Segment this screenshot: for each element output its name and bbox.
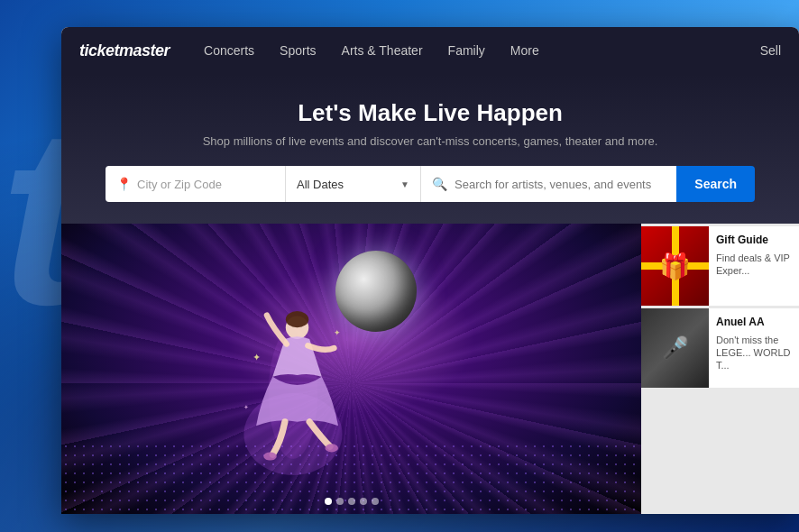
nav-concerts[interactable]: Concerts [191, 27, 267, 74]
dot-1 [325, 498, 332, 505]
dot-3 [348, 498, 355, 505]
location-placeholder: City or Zip Code [137, 178, 222, 191]
dot-4 [360, 498, 367, 505]
svg-point-3 [286, 311, 308, 327]
svg-text:✦: ✦ [253, 352, 261, 362]
nav-arts-theater[interactable]: Arts & Theater [329, 27, 436, 74]
gift-guide-desc: Find deals & VIP Exper... [716, 252, 792, 278]
svg-text:✦: ✦ [244, 403, 250, 411]
dates-dropdown[interactable]: All Dates ▼ [286, 166, 421, 202]
dot-5 [372, 498, 379, 505]
dancer-figure: ✦ ✦ ✦ [221, 303, 365, 487]
hero-section: Let's Make Live Happen Shop millions of … [61, 74, 799, 224]
gift-guide-image: 🎁 [641, 226, 709, 306]
logo[interactable]: ticketmaster [79, 41, 170, 60]
chevron-down-icon: ▼ [400, 179, 409, 189]
anuel-desc: Don't miss the LEGE... WORLD T... [716, 334, 792, 372]
anuel-content: Anuel AA Don't miss the LEGE... WORLD T.… [709, 308, 799, 388]
search-button[interactable]: Search [676, 166, 755, 202]
gift-guide-card[interactable]: 🎁 Gift Guide Find deals & VIP Exper... [641, 226, 799, 306]
search-input[interactable] [455, 178, 666, 191]
dates-label: All Dates [297, 178, 344, 191]
anuel-card[interactable]: 🎤 Anuel AA Don't miss the LEGE... WORLD … [641, 308, 799, 388]
anuel-title: Anuel AA [716, 316, 792, 330]
search-bar: 📍 City or Zip Code All Dates ▼ 🔍 Search [106, 166, 755, 202]
nav-sell[interactable]: Sell [760, 43, 781, 58]
svg-text:✦: ✦ [335, 328, 342, 337]
svg-point-5 [326, 444, 339, 452]
location-icon: 📍 [116, 177, 132, 191]
dot-2 [336, 498, 344, 505]
search-icon: 🔍 [432, 177, 447, 191]
nav-more[interactable]: More [498, 27, 552, 74]
svg-point-4 [263, 452, 277, 460]
nav-links: Concerts Sports Arts & Theater Family Mo… [191, 27, 760, 74]
gift-icon: 🎁 [659, 252, 691, 281]
navbar: ticketmaster Concerts Sports Arts & Thea… [61, 27, 799, 74]
browser-window: ticketmaster Concerts Sports Arts & Thea… [61, 27, 799, 514]
search-input-wrapper: 🔍 [421, 166, 676, 202]
anuel-image: 🎤 [641, 308, 709, 388]
hero-title: Let's Make Live Happen [79, 99, 781, 127]
gift-guide-content: Gift Guide Find deals & VIP Exper... [709, 226, 799, 306]
banner-inner: ✦ ✦ ✦ [61, 224, 641, 514]
location-input[interactable]: 📍 City or Zip Code [106, 166, 286, 202]
scroll-dots [325, 498, 379, 505]
hero-subtitle: Shop millions of live events and discove… [79, 134, 781, 148]
nav-family[interactable]: Family [436, 27, 498, 74]
main-content: ✦ ✦ ✦ [61, 224, 799, 514]
gift-guide-title: Gift Guide [716, 234, 792, 248]
anuel-icon: 🎤 [662, 335, 689, 361]
featured-banner[interactable]: ✦ ✦ ✦ [61, 224, 641, 514]
nav-sports[interactable]: Sports [267, 27, 328, 74]
sidebar-cards: 🎁 Gift Guide Find deals & VIP Exper... 🎤… [641, 224, 799, 514]
